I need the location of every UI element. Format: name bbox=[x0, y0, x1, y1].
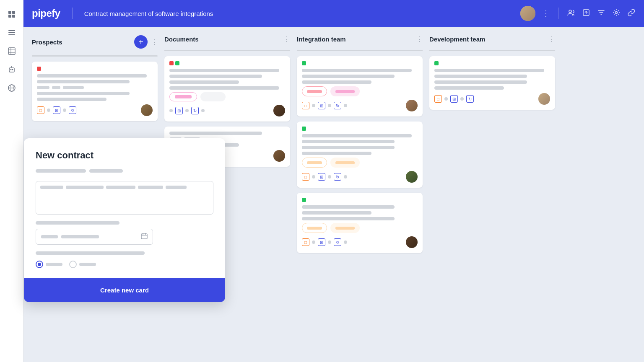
sidebar-icon-list[interactable] bbox=[4, 25, 19, 40]
card-line bbox=[169, 69, 279, 72]
svg-rect-4 bbox=[8, 30, 15, 31]
filter-icon[interactable] bbox=[597, 8, 605, 19]
svg-point-12 bbox=[10, 69, 11, 70]
contract-title-input[interactable] bbox=[36, 181, 213, 215]
more-icon[interactable]: ⋮ bbox=[542, 9, 550, 18]
export-icon[interactable] bbox=[582, 8, 590, 19]
card-icon-2: ⊞ bbox=[318, 238, 325, 246]
date-input[interactable] bbox=[36, 229, 153, 245]
logo-area: pipefy Contract management of software i… bbox=[32, 8, 213, 19]
card-line bbox=[302, 69, 412, 72]
sidebar-icon-globe[interactable] bbox=[4, 80, 19, 96]
card-icon-2: ⊞ bbox=[318, 173, 325, 181]
card-icon-1: □ bbox=[37, 106, 44, 114]
settings-icon[interactable] bbox=[612, 8, 621, 19]
column-menu-integration[interactable]: ⋮ bbox=[416, 35, 423, 43]
input-skel bbox=[40, 186, 63, 189]
card-line bbox=[52, 86, 60, 89]
field-label-1 bbox=[36, 169, 86, 173]
logo-text: pipefy bbox=[32, 8, 60, 19]
card-avatar bbox=[406, 236, 418, 248]
column-line-integration bbox=[297, 50, 423, 51]
column-title-prospects: Prospects bbox=[32, 39, 131, 46]
column-title-integration: Integration team bbox=[297, 36, 413, 43]
card-icon-3: ↻ bbox=[334, 173, 341, 181]
card-dot bbox=[344, 104, 347, 107]
card-line bbox=[302, 146, 395, 149]
card-documents-1[interactable]: ⊞ ↻ bbox=[164, 56, 290, 122]
card-line bbox=[434, 69, 544, 72]
radio-btn-2[interactable] bbox=[69, 261, 77, 268]
card-line bbox=[302, 134, 412, 137]
card-line bbox=[434, 75, 527, 78]
label-badge-pink-filled bbox=[330, 86, 360, 96]
card-line bbox=[37, 74, 147, 78]
header-divider bbox=[72, 8, 73, 19]
sidebar-icon-grid[interactable] bbox=[4, 7, 19, 22]
sidebar bbox=[0, 0, 23, 362]
sidebar-icon-bot[interactable] bbox=[4, 62, 19, 77]
card-dot bbox=[47, 109, 50, 112]
card-integration-1[interactable]: □ ⊞ ↻ bbox=[297, 56, 423, 116]
add-card-button-prospects[interactable]: + bbox=[134, 35, 148, 49]
people-icon[interactable] bbox=[567, 8, 575, 19]
card-line bbox=[37, 80, 130, 83]
column-menu-development[interactable]: ⋮ bbox=[548, 35, 555, 43]
svg-point-21 bbox=[615, 11, 618, 13]
label-badge-2 bbox=[200, 92, 226, 101]
input-skel bbox=[166, 186, 187, 189]
card-line bbox=[169, 86, 279, 90]
card-footer: □ ⊞ ↻ bbox=[302, 100, 418, 111]
avatar[interactable] bbox=[520, 6, 535, 21]
svg-rect-6 bbox=[8, 34, 15, 35]
field-label-2 bbox=[36, 221, 119, 225]
card-line bbox=[302, 152, 371, 155]
card-footer: □ ⊞ ↻ bbox=[302, 236, 418, 248]
card-avatar bbox=[538, 93, 550, 105]
link-icon[interactable] bbox=[627, 8, 636, 19]
card-icons: □ ⊞ ↻ bbox=[302, 173, 347, 181]
label-badge-orange-3 bbox=[302, 223, 327, 233]
column-line-prospects bbox=[32, 55, 158, 57]
column-menu-prospects[interactable]: ⋮ bbox=[151, 38, 158, 46]
card-development-1[interactable]: □ ⊞ ↻ bbox=[429, 56, 555, 110]
card-icon-1: □ bbox=[434, 95, 442, 103]
header-title: Contract management of software integrat… bbox=[84, 10, 213, 17]
column-menu-documents[interactable]: ⋮ bbox=[283, 35, 290, 43]
svg-point-13 bbox=[12, 69, 13, 70]
modal-content: New contract bbox=[24, 138, 225, 278]
tag-green bbox=[302, 127, 306, 131]
calendar-icon bbox=[141, 233, 148, 241]
card-footer: □ ⊞ ↻ bbox=[434, 93, 550, 105]
create-card-button[interactable]: Create new card bbox=[100, 287, 149, 294]
label-badge-orange-filled-3 bbox=[330, 223, 360, 233]
radio-btn-1[interactable] bbox=[36, 261, 43, 268]
new-contract-modal: New contract bbox=[24, 138, 225, 302]
card-icon-2: ⊞ bbox=[175, 107, 183, 114]
tag-red bbox=[169, 61, 174, 65]
card-integration-2[interactable]: □ ⊞ ↻ bbox=[297, 122, 423, 188]
label-badge bbox=[169, 92, 197, 101]
radio-option-2[interactable] bbox=[69, 261, 96, 268]
card-prospects-1[interactable]: □ ⊞ ↻ bbox=[32, 62, 158, 121]
card-avatar bbox=[273, 105, 285, 116]
card-dot bbox=[328, 175, 331, 178]
column-line-documents bbox=[164, 50, 290, 51]
card-icon-3: ↻ bbox=[334, 102, 341, 109]
card-line bbox=[302, 80, 371, 84]
svg-point-15 bbox=[11, 66, 12, 67]
card-icon-3: ↻ bbox=[191, 107, 199, 114]
svg-rect-11 bbox=[9, 68, 14, 72]
header: pipefy Contract management of software i… bbox=[23, 0, 644, 27]
column-prospects: Prospects + ⋮ bbox=[32, 34, 158, 121]
radio-option-1[interactable] bbox=[36, 261, 62, 268]
card-integration-3[interactable]: □ ⊞ ↻ bbox=[297, 193, 423, 253]
tag-green bbox=[302, 61, 306, 65]
sidebar-icon-table[interactable] bbox=[4, 44, 19, 59]
header-actions: ⋮ bbox=[520, 6, 636, 21]
column-header-integration: Integration team ⋮ bbox=[297, 34, 423, 47]
svg-rect-2 bbox=[8, 15, 11, 18]
input-skel bbox=[66, 186, 104, 189]
card-tags bbox=[169, 61, 285, 65]
tag-green bbox=[434, 61, 439, 65]
